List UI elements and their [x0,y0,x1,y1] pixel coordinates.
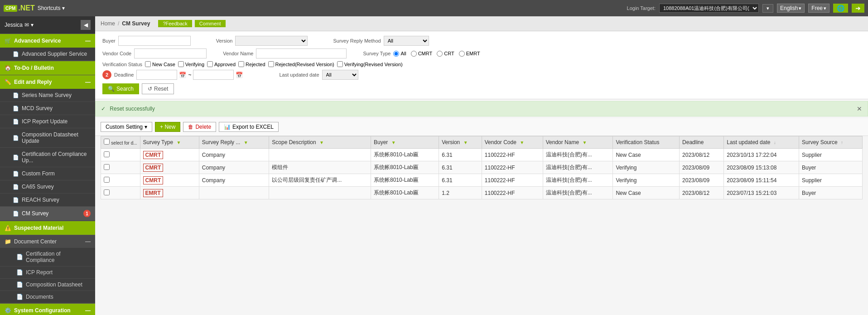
filter-icon-3[interactable]: ▼ [319,140,324,145]
cart-icon: 🛒 [5,38,11,44]
sidebar-item-icp-report-update[interactable]: 📄 ICP Report Update [0,115,95,128]
export-excel-btn[interactable]: 📊 Export to EXCEL [219,122,279,132]
row-checkbox-3[interactable] [104,189,110,195]
filter-icon-2[interactable]: ▼ [244,140,248,145]
filter-icon-5[interactable]: ▼ [463,140,468,145]
close-success-btn[interactable]: ✕ [857,105,862,112]
sidebar-item-composition-datasheet[interactable]: 📄 Composition Datasheet Update [0,128,95,148]
cal-icon-2[interactable]: 📅 [236,72,243,78]
survey-type-link[interactable]: EMRT [143,189,163,197]
delete-btn[interactable]: 🗑 Delete [183,122,216,132]
chk-rejected-revised[interactable]: Rejected(Revised Version) [268,61,334,67]
radio-cmrt[interactable]: CMRT [411,51,433,57]
vendor-code-input[interactable] [134,48,207,58]
cm-survey-badge: 1 [83,210,91,217]
survey-reply-method-select[interactable]: All [384,36,429,46]
vendor-name-input[interactable] [256,48,347,58]
section-header-advanced-service[interactable]: 🛒 Advanced Service — [0,34,95,48]
cell-last-updated-date: 2023/08/09 15:13:08 [724,161,799,174]
sidebar-toggle[interactable]: ◀ [81,20,91,30]
subsection-header-document-center[interactable]: 📁 Document Center — [0,235,95,248]
sidebar-item-icp-report[interactable]: 📄 ICP Report [0,267,95,279]
main-content: Home / CM Survey ?Feedback Comment Buyer… [95,16,868,315]
sidebar-item-mcd-survey[interactable]: 📄 MCD Survey [0,102,95,115]
cell-vendor-code: 1100222-HF [482,161,543,174]
logout-btn[interactable]: ➜ [852,4,864,13]
survey-type-radio-group: All CMRT CRT EMRT [393,51,480,57]
sidebar-item-reach-survey[interactable]: 📄 REACH Survey [0,194,95,207]
cell-deadline: 2023/08/12 [680,149,724,161]
cell-vendor-code: 1100222-HF [482,174,543,187]
section-header-system-config[interactable]: ⚙️ System Configuration — [0,304,95,315]
chk-rejected[interactable]: Rejected [238,61,265,67]
sidebar-item-series-name-survey[interactable]: 📄 Series Name Survey [0,89,95,102]
cell-survey-reply: Company [199,174,269,187]
cell-survey-reply: Company [199,149,269,161]
chk-verifying[interactable]: Verifying [178,61,204,67]
survey-type-link[interactable]: CMRT [143,164,164,172]
row-checkbox-0[interactable] [104,151,110,157]
deadline-from-input[interactable] [136,70,177,80]
section-document-center: 📁 Document Center — 📄 Certification of C… [0,235,95,304]
deadline-label: Deadline [114,72,134,78]
breadcrumb-home[interactable]: Home [101,20,115,27]
filter-icon-6[interactable]: ▼ [520,140,524,145]
dropdown-btn[interactable]: ▾ [762,4,773,13]
col-survey-source: Survey Source ↑ [799,136,862,149]
sidebar-item-advanced-supplier-service[interactable]: 📄 Advanced Supplier Service [0,48,95,61]
feedback-btn[interactable]: ?Feedback [158,20,192,27]
sort-icon-desc[interactable]: ↓ [774,140,776,145]
reset-button[interactable]: ↺ Reset [142,83,174,94]
cell-buyer: 系统帐8010-Lab匾 [371,187,439,199]
user-name: Jessica ✉ ▾ [5,22,34,28]
section-header-edit-reply[interactable]: ✏️ Edit and Reply — [0,75,95,89]
search-button[interactable]: 🔍 Search [102,83,139,94]
last-updated-date-select[interactable]: All [322,70,358,80]
search-actions: 🔍 Search ↺ Reset [102,83,861,94]
radio-crt[interactable]: CRT [437,51,454,57]
language-selector[interactable]: English ▾ [777,4,805,13]
sidebar-item-cm-survey[interactable]: 📄 CM Survey 1 [0,207,95,221]
sidebar-item-custom-form[interactable]: 📄 Custom Form [0,167,95,180]
version-select[interactable] [235,36,308,46]
globe-btn[interactable]: 🌐 [833,4,848,13]
cell-verification-status: New Case [613,187,680,199]
chk-approved[interactable]: Approved [207,61,236,67]
filter-icon-1[interactable]: ▼ [176,140,181,145]
row-checkbox-1[interactable] [104,164,110,170]
cal-icon-1[interactable]: 📅 [179,72,186,78]
doc-icon-12: 📄 [16,281,23,288]
chk-verifying-revised[interactable]: Verifying(Revised Version) [337,61,403,67]
section-header-todo[interactable]: 🏠 To-Do / Bulletin [0,61,95,75]
custom-setting-btn[interactable]: Custom Setting ▾ [101,122,152,132]
chk-new-case[interactable]: New Case [145,61,175,67]
filter-icon-7[interactable]: ▼ [582,140,587,145]
login-target-select[interactable]: 10882088A01温迪科技(合肥)有限公司(鼓... [659,4,759,13]
table-toolbar: Custom Setting ▾ + New 🗑 Delete 📊 Export… [95,118,868,136]
cell-scope-description [269,187,371,199]
buyer-input[interactable] [118,36,191,46]
row-checkbox-2[interactable] [104,177,110,183]
filter-icon-4[interactable]: ▼ [391,140,396,145]
deadline-to-input[interactable] [193,70,234,80]
survey-type-link[interactable]: CMRT [143,176,164,184]
sidebar-item-composition-ds[interactable]: 📄 Composition Datasheet [0,279,95,291]
survey-type-link[interactable]: CMRT [143,151,164,159]
comment-btn[interactable]: Comment [195,20,226,27]
radio-all[interactable]: All [393,51,406,57]
section-header-suspected[interactable]: ⚠️ Suspected Material [0,221,95,235]
sidebar-item-ca65-survey[interactable]: 📄 CA65 Survey [0,180,95,194]
sidebar-item-cert-compliance[interactable]: 📄 Certification of Compliance [0,248,95,267]
sidebar-item-certification-up[interactable]: 📄 Certification of Compliance Up... [0,148,95,167]
sidebar-item-documents[interactable]: 📄 Documents [0,291,95,303]
shortcuts-menu[interactable]: Shortcuts ▾ [38,5,65,11]
deadline-date-from: 📅 ~ 📅 [136,70,243,80]
table-row: EMRT系统帐8010-Lab匾1.21100222-HF温迪科技(合肥)有..… [101,187,863,199]
new-btn[interactable]: + New [155,122,180,132]
search-form: Buyer Version Survey Reply Method All [95,31,868,99]
sort-icon-asc[interactable]: ↑ [841,140,843,145]
radio-emrt[interactable]: EMRT [459,51,480,57]
plan-btn[interactable]: Free ▾ [808,4,829,13]
select-all-checkbox[interactable] [104,139,110,145]
cell-survey-type: EMRT [140,187,199,199]
